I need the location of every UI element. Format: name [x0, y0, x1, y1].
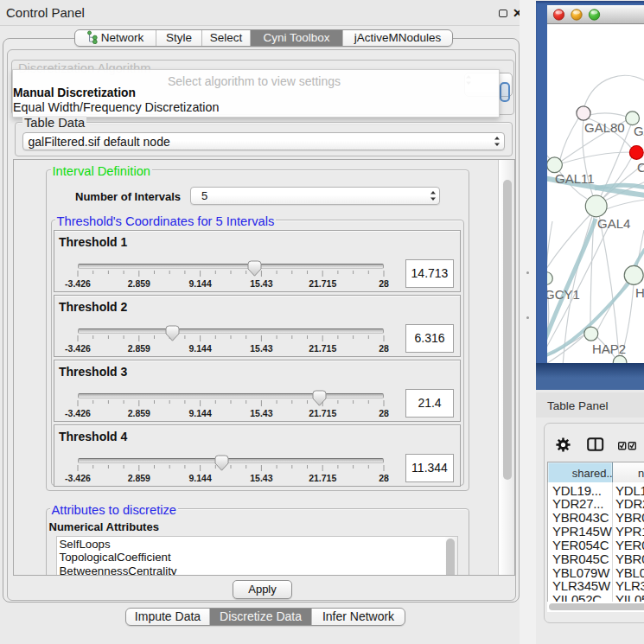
- svg-text:GAL11: GAL11: [555, 171, 595, 186]
- svg-text:GCY1: GCY1: [547, 287, 580, 302]
- svg-text:C: C: [637, 160, 644, 175]
- svg-text:GA: GA: [634, 124, 644, 138]
- svg-text:HAP2: HAP2: [592, 341, 626, 356]
- svg-text:GAL4: GAL4: [597, 216, 630, 231]
- svg-text:H: H: [635, 285, 644, 300]
- svg-text:GAL80: GAL80: [584, 120, 625, 135]
